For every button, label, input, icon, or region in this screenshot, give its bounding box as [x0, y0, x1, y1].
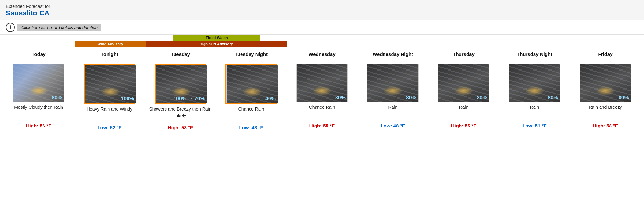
day-name: Wednesday Night: [373, 47, 413, 61]
day-description: Heavy Rain and Windy: [87, 106, 132, 123]
day-description: Chance Rain: [238, 106, 264, 123]
day-description: Rain: [459, 104, 469, 121]
day-temperature: High: 58 °F: [168, 125, 193, 130]
page-wrapper: Extended Forecast for Sausalito CA i Cli…: [0, 0, 644, 215]
day-temperature: Low: 48 °F: [239, 125, 263, 130]
weather-image-2: 100% → 70%: [156, 65, 207, 103]
day-col-2: Tuesday100% → 70%Showers and Breezy then…: [145, 47, 216, 130]
wind-advisory-label: Wind Advisory: [75, 41, 146, 47]
precip-badge: 80%: [406, 95, 416, 101]
day-name: Tuesday Night: [235, 47, 268, 61]
day-col-1: Tonight100%Heavy Rain and WindyLow: 52 °…: [74, 47, 145, 130]
day-name: Wednesday: [308, 47, 335, 61]
day-description: Rain: [388, 104, 398, 121]
weather-image-4: 30%: [296, 64, 348, 102]
day-col-6: Thursday80%RainHigh: 55 °F: [428, 47, 499, 128]
car-headlight-glow: [101, 87, 120, 97]
hazard-icon: i: [6, 23, 15, 32]
day-name: Tonight: [101, 47, 118, 61]
day-name: Thursday: [453, 47, 475, 61]
day-temperature: Low: 51 °F: [522, 123, 546, 128]
day-temperature: High: 58 °F: [593, 123, 618, 128]
surf-advisory-label: High Surf Advisory: [146, 41, 287, 47]
hazard-bar: i Click here for hazard details and dura…: [0, 20, 644, 35]
car-headlight-glow: [312, 86, 332, 96]
day-col-4: Wednesday30%Chance RainHigh: 55 °F: [287, 47, 357, 128]
weather-image-8: 80%: [580, 64, 631, 102]
day-name: Tuesday: [171, 47, 190, 61]
car-headlight-glow: [383, 86, 402, 96]
weather-image-1: 100%: [85, 65, 136, 103]
precip-badge: 80%: [477, 95, 487, 101]
car-headlight-glow: [242, 87, 262, 97]
day-temperature: High: 55 °F: [451, 123, 477, 128]
day-name: Thursday Night: [517, 47, 552, 61]
car-headlight-glow: [172, 87, 191, 97]
day-name: Friday: [598, 47, 612, 61]
day-description: Rain: [530, 104, 539, 121]
precip-badge: 80%: [548, 95, 558, 101]
precip-badge: 30%: [335, 95, 346, 101]
day-col-0: Today80%Mostly Cloudy then RainHigh: 56 …: [3, 47, 74, 128]
day-description: Rain and Breezy: [589, 104, 622, 121]
day-temperature: High: 56 °F: [26, 123, 52, 128]
forecast-section: Wind Advisory Flood Watch High Surf Advi…: [0, 35, 644, 137]
day-col-7: Thursday Night80%RainLow: 51 °F: [499, 47, 570, 128]
weather-image-7: 80%: [509, 64, 560, 102]
day-temperature: Low: 52 °F: [97, 125, 121, 130]
days-row: Today80%Mostly Cloudy then RainHigh: 56 …: [3, 47, 641, 130]
day-description: Showers and Breezy then Rain Likely: [146, 106, 214, 123]
header-subtitle: Extended Forecast for: [6, 4, 638, 9]
car-headlight-glow: [454, 86, 473, 96]
weather-image-5: 80%: [367, 64, 419, 102]
day-temperature: High: 55 °F: [309, 123, 335, 128]
day-description: Chance Rain: [309, 104, 335, 121]
day-col-3: Tuesday Night40%Chance RainLow: 48 °F: [216, 47, 287, 130]
weather-image-0: 80%: [13, 64, 64, 102]
day-description: Mostly Cloudy then Rain: [14, 104, 63, 121]
weather-image-3: 40%: [226, 65, 278, 103]
header-title: Sausalito CA: [6, 9, 638, 17]
car-headlight-glow: [525, 86, 544, 96]
precip-badge: 100% → 70%: [173, 96, 205, 102]
day-name: Today: [32, 47, 45, 61]
car-headlight-glow: [29, 86, 48, 96]
day-col-8: Friday80%Rain and BreezyHigh: 58 °F: [570, 47, 641, 128]
precip-badge: 100%: [121, 96, 134, 102]
precip-badge: 40%: [265, 96, 276, 102]
day-col-5: Wednesday Night80%RainLow: 48 °F: [357, 47, 428, 128]
hazard-link-button[interactable]: Click here for hazard details and durati…: [17, 24, 101, 31]
precip-badge: 80%: [619, 95, 629, 101]
precip-badge: 80%: [52, 95, 62, 101]
day-temperature: Low: 48 °F: [381, 123, 405, 128]
weather-image-6: 80%: [438, 64, 489, 102]
car-headlight-glow: [596, 86, 615, 96]
flood-watch-label: Flood Watch: [173, 35, 260, 41]
header: Extended Forecast for Sausalito CA: [0, 0, 644, 20]
